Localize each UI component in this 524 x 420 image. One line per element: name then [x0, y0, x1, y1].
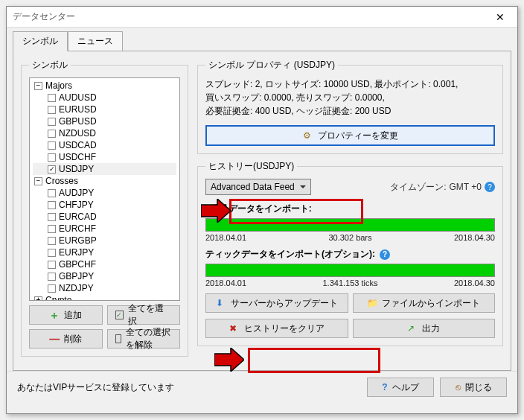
help-button[interactable]: ?ヘルプ: [367, 378, 434, 397]
tree-item-label: GBPJPY: [59, 271, 94, 281]
tree-group[interactable]: +Crypto: [33, 294, 176, 301]
m1-import-label: 1分足データをインポート:: [205, 203, 495, 215]
m1-to: 2018.04.30: [454, 233, 495, 242]
tree-item-label: USDCAD: [59, 140, 97, 150]
tree-item[interactable]: NZDUSD: [33, 127, 176, 139]
tree-item-checkbox[interactable]: [48, 94, 56, 102]
tick-progress: [205, 264, 495, 277]
tree-item[interactable]: NZDJPY: [33, 282, 176, 294]
footer: あなたはVIPサービスに登録しています ?ヘルプ ⎋閉じる: [7, 371, 517, 403]
tree-item[interactable]: EURCAD: [33, 211, 176, 223]
tab-content: シンボル −MajorsAUDUSDEURUSDGBPUSDNZDUSDUSDC…: [13, 51, 511, 371]
tick-help-icon[interactable]: ?: [380, 249, 390, 260]
data-center-dialog: データセンター ✕ シンボル ニュース シンボル −MajorsAUDUSDEU…: [6, 6, 518, 414]
change-properties-label: プロパティーを変更: [318, 130, 398, 142]
tree-item[interactable]: EURGBP: [33, 235, 176, 246]
tree-item-checkbox[interactable]: [48, 118, 56, 126]
tree-item[interactable]: USDCAD: [33, 139, 176, 151]
tree-item-checkbox[interactable]: [48, 165, 56, 174]
tree-item-checkbox[interactable]: [48, 201, 56, 209]
tree-item[interactable]: GBPCHF: [33, 258, 176, 270]
deselect-all-label: 全ての選択を解除: [126, 326, 172, 351]
help-icon: ?: [382, 382, 387, 392]
timezone-help-icon[interactable]: ?: [485, 182, 495, 192]
tree-item[interactable]: GBPJPY: [33, 270, 176, 282]
tree-item[interactable]: AUDUSD: [33, 92, 176, 104]
tree-item-label: USDJPY: [59, 164, 94, 174]
m1-from: 2018.04.01: [205, 233, 246, 242]
collapse-icon[interactable]: −: [34, 177, 42, 185]
tab-news[interactable]: ニュース: [68, 31, 123, 51]
close-dialog-button[interactable]: ⎋閉じる: [440, 378, 507, 397]
symbol-legend: シンボル: [29, 59, 71, 71]
tree-item-label: AUDJPY: [59, 188, 94, 198]
uncheck-icon: [115, 334, 121, 343]
tree-item-label: EURUSD: [59, 104, 97, 115]
tree-group[interactable]: −Crosses: [33, 175, 176, 187]
properties-legend: シンボル プロパティ (USDJPY): [205, 59, 338, 71]
tree-item-checkbox[interactable]: [48, 189, 56, 197]
tree-item[interactable]: GBPUSD: [33, 115, 176, 127]
tree-item[interactable]: CHFJPY: [33, 199, 176, 211]
m1-bars: 30.302 bars: [328, 233, 371, 242]
gear-icon: ⚙: [303, 130, 313, 141]
tree-item-checkbox[interactable]: [48, 153, 56, 162]
collapse-icon[interactable]: −: [34, 82, 42, 90]
export-label: 出力: [422, 322, 440, 335]
tree-item[interactable]: EURJPY: [33, 246, 176, 258]
tree-item-label: GBPCHF: [59, 259, 96, 270]
tree-group-label: Majors: [45, 80, 72, 91]
import-from-file-button[interactable]: 📁 ファイルからインポート: [353, 293, 496, 313]
deselect-all-button[interactable]: 全ての選択を解除: [107, 329, 181, 349]
symbol-tree[interactable]: −MajorsAUDUSDEURUSDGBPUSDNZDUSDUSDCADUSD…: [29, 77, 180, 301]
close-label: 閉じる: [465, 381, 492, 394]
tree-item-checkbox[interactable]: [48, 106, 56, 114]
tick-label-text: ティックデータをインポート(オプション):: [205, 248, 375, 261]
tree-item-checkbox[interactable]: [48, 130, 56, 138]
check-icon: [115, 311, 124, 319]
tree-group[interactable]: −Majors: [33, 80, 176, 92]
add-button[interactable]: ＋追加: [29, 305, 103, 325]
tree-item-checkbox[interactable]: [48, 249, 56, 257]
tree-item[interactable]: USDJPY: [33, 163, 176, 175]
tick-progress-info: 2018.04.01 1.341.153 ticks 2018.04.30: [205, 279, 495, 287]
tree-item[interactable]: AUDJPY: [33, 187, 176, 199]
expand-icon[interactable]: +: [34, 296, 42, 302]
delete-button[interactable]: —削除: [29, 329, 103, 349]
history-legend: ヒストリー(USDJPY): [205, 160, 297, 173]
select-all-button[interactable]: 全てを選択: [107, 305, 181, 325]
door-icon: ⎋: [456, 382, 461, 392]
clear-history-button[interactable]: ✖ ヒストリーをクリア: [205, 319, 348, 338]
download-icon: ⬇: [216, 298, 226, 308]
change-properties-button[interactable]: ⚙ プロパティーを変更: [206, 126, 494, 145]
minus-icon: —: [49, 334, 60, 344]
tree-item-checkbox[interactable]: [48, 225, 56, 233]
tree-item-checkbox[interactable]: [48, 141, 56, 150]
tree-item-checkbox[interactable]: [48, 213, 56, 221]
timezone-label: タイムゾーン:: [390, 181, 446, 194]
tree-item[interactable]: EURUSD: [33, 104, 176, 115]
tree-group-label: Crypto: [45, 295, 71, 301]
source-select[interactable]: Advanced Data Feed: [205, 179, 311, 195]
plus-icon: ＋: [49, 310, 60, 320]
update-from-server-button[interactable]: ⬇ サーバーからアップデート: [205, 293, 348, 313]
tree-item-checkbox[interactable]: [48, 284, 56, 293]
prop-line1: スプレッド: 2, ロットサイズ: 10000 USD, 最小ポイント: 0.0…: [205, 77, 495, 91]
tree-item[interactable]: USDCHF: [33, 151, 176, 163]
timezone-value: GMT +0: [450, 182, 482, 192]
properties-fieldset: シンボル プロパティ (USDJPY) スプレッド: 2, ロットサイズ: 10…: [197, 59, 503, 154]
clear-icon: ✖: [229, 323, 240, 334]
tree-item-checkbox[interactable]: [48, 237, 56, 245]
tree-item-label: NZDUSD: [59, 128, 96, 139]
tab-row: シンボル ニュース: [13, 31, 511, 51]
symbol-fieldset: シンボル −MajorsAUDUSDEURUSDGBPUSDNZDUSDUSDC…: [21, 59, 188, 357]
tick-import-label: ティックデータをインポート(オプション): ?: [205, 248, 495, 261]
properties-text: スプレッド: 2, ロットサイズ: 10000 USD, 最小ポイント: 0.0…: [205, 77, 495, 118]
prop-line3: 必要証拠金: 400 USD, ヘッジ証拠金: 200 USD: [205, 104, 495, 118]
tab-symbol[interactable]: シンボル: [13, 31, 68, 51]
close-button[interactable]: ✕: [489, 9, 511, 25]
tree-item[interactable]: EURCHF: [33, 223, 176, 235]
tree-item-checkbox[interactable]: [48, 261, 56, 269]
tree-item-checkbox[interactable]: [48, 273, 56, 281]
export-button[interactable]: ↗ 出力: [353, 319, 496, 338]
